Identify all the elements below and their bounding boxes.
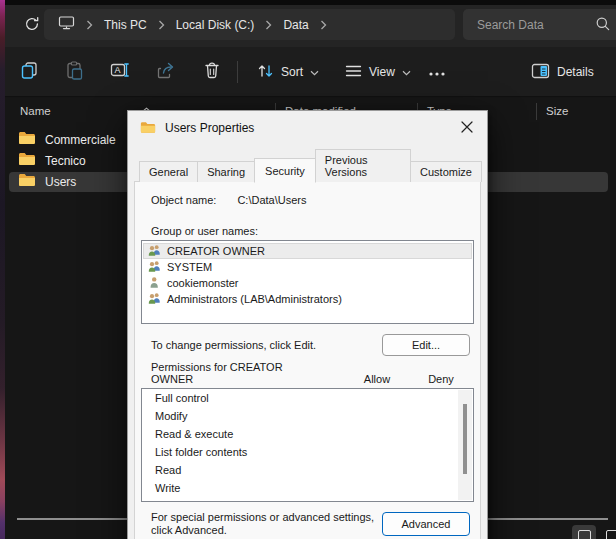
chevron-down-icon <box>402 65 411 79</box>
refresh-icon <box>24 16 40 36</box>
breadcrumb: This PC Local Disk (C:) Data <box>44 9 455 40</box>
object-name-label: Object name: <box>151 194 216 206</box>
principal-row-administrators[interactable]: Administrators (LAB\Administrators) <box>143 291 472 307</box>
principal-name: SYSTEM <box>167 261 212 273</box>
group-list-label: Group or user names: <box>151 225 474 237</box>
delete-icon <box>203 61 221 84</box>
allow-column-header: Allow <box>346 373 408 385</box>
tab-previous-versions[interactable]: Previous Versions <box>315 149 411 182</box>
principal-row-creator-owner[interactable]: CREATOR OWNER <box>143 243 472 259</box>
search-icon[interactable] <box>595 16 611 36</box>
share-button[interactable] <box>150 58 182 86</box>
chevron-right-icon <box>265 16 272 34</box>
thumbnail-view-toggle-button[interactable] <box>600 525 616 539</box>
group-icon <box>148 260 161 274</box>
principal-name: cookiemonster <box>167 277 239 289</box>
advanced-row: For special permissions or advanced sett… <box>141 511 474 537</box>
deny-column-header: Deny <box>408 373 474 385</box>
details-view-icon <box>578 530 591 539</box>
permissions-header-row: Permissions for CREATOR OWNER Allow Deny <box>141 361 474 385</box>
paste-button[interactable] <box>58 58 90 86</box>
dialog-titlebar[interactable]: Users Properties <box>128 111 487 145</box>
more-icon <box>428 63 446 81</box>
search-input[interactable] <box>477 18 587 32</box>
tab-sharing[interactable]: Sharing <box>197 161 255 182</box>
details-button[interactable]: Details <box>523 58 602 86</box>
svg-text:A: A <box>115 65 121 75</box>
tab-security[interactable]: Security <box>254 158 316 183</box>
view-icon <box>345 64 362 81</box>
screen: This PC Local Disk (C:) Data <box>0 0 616 539</box>
tab-customize[interactable]: Customize <box>410 161 482 182</box>
file-name: Commerciale <box>45 133 116 147</box>
permission-row-full-control[interactable]: Full control <box>142 389 473 407</box>
column-separator[interactable] <box>536 103 537 120</box>
permissions-scrollbar-thumb[interactable] <box>463 404 467 474</box>
principal-row-cookiemonster[interactable]: cookiemonster <box>143 275 472 291</box>
sort-button[interactable]: Sort <box>251 58 325 86</box>
copy-icon <box>20 61 39 84</box>
copy-button[interactable] <box>13 58 45 86</box>
file-name: Tecnico <box>45 154 86 168</box>
paste-icon <box>65 61 83 84</box>
breadcrumb-item-data[interactable]: Data <box>283 18 308 32</box>
permission-row-list-folder-contents[interactable]: List folder contents <box>142 443 473 461</box>
chevron-right-icon <box>158 16 165 34</box>
close-icon <box>461 121 473 135</box>
details-label: Details <box>557 65 594 79</box>
sort-label: Sort <box>281 65 303 79</box>
principal-row-system[interactable]: SYSTEM <box>143 259 472 275</box>
permission-row-read-execute[interactable]: Read & execute <box>142 425 473 443</box>
more-options-button[interactable] <box>421 58 453 86</box>
permissions-scrollbar[interactable] <box>458 390 472 500</box>
file-name: Users <box>45 175 76 189</box>
sort-icon <box>257 63 274 82</box>
chevron-right-icon <box>86 16 93 34</box>
dialog-title: Users Properties <box>165 121 254 135</box>
permission-row-special-permissions[interactable]: Special permissions <box>142 497 473 502</box>
breadcrumb-item-this-pc[interactable]: This PC <box>104 18 147 32</box>
dialog-tabs: General Sharing Security Previous Versio… <box>134 149 481 182</box>
column-header-size[interactable]: Size <box>546 105 568 117</box>
close-button[interactable] <box>456 117 478 139</box>
permission-row-write[interactable]: Write <box>142 479 473 497</box>
principal-name: CREATOR OWNER <box>167 245 265 257</box>
object-name-row: Object name: C:\Data\Users <box>151 194 474 206</box>
details-view-toggle-button[interactable] <box>572 525 596 539</box>
user-icon <box>148 276 161 290</box>
principal-name: Administrators (LAB\Administrators) <box>167 293 342 305</box>
edit-button[interactable]: Edit... <box>382 334 470 356</box>
details-pane-icon <box>531 63 550 82</box>
tab-general[interactable]: General <box>139 161 198 182</box>
delete-button[interactable] <box>196 58 228 86</box>
view-label: View <box>369 65 395 79</box>
permission-row-read[interactable]: Read <box>142 461 473 479</box>
search-box <box>463 9 616 40</box>
group-icon <box>148 244 161 258</box>
permissions-for-label: Permissions for CREATOR OWNER <box>151 361 301 385</box>
permission-row-modify[interactable]: Modify <box>142 407 473 425</box>
view-button[interactable]: View <box>339 58 417 86</box>
explorer-toolbar: A Sort View <box>5 47 616 97</box>
edit-hint-text: To change permissions, click Edit. <box>141 339 382 351</box>
toolbar-separator <box>237 61 238 83</box>
chevron-right-icon <box>320 16 327 34</box>
advanced-button[interactable]: Advanced <box>382 512 470 536</box>
share-icon <box>157 61 176 83</box>
properties-dialog: Users Properties General Sharing Securit… <box>127 110 488 539</box>
rename-button[interactable]: A <box>104 58 136 86</box>
folder-icon <box>140 121 156 136</box>
chevron-down-icon <box>310 65 319 79</box>
breadcrumb-item-local-disk-c[interactable]: Local Disk (C:) <box>176 18 255 32</box>
group-user-listbox[interactable]: CREATOR OWNER SYSTEM cookiemonster <box>141 240 474 324</box>
this-pc-icon[interactable] <box>58 15 75 34</box>
edit-row: To change permissions, click Edit. Edit.… <box>141 334 474 356</box>
refresh-button[interactable] <box>19 13 45 39</box>
advanced-hint-text: For special permissions or advanced sett… <box>151 511 382 537</box>
column-header-name[interactable]: Name <box>20 105 51 117</box>
object-name-value: C:\Data\Users <box>237 194 306 206</box>
permissions-listbox[interactable]: Full control Modify Read & execute List … <box>141 388 474 502</box>
rename-icon: A <box>110 61 130 83</box>
folder-icon <box>18 131 36 149</box>
explorer-navbar: This PC Local Disk (C:) Data <box>5 5 616 47</box>
